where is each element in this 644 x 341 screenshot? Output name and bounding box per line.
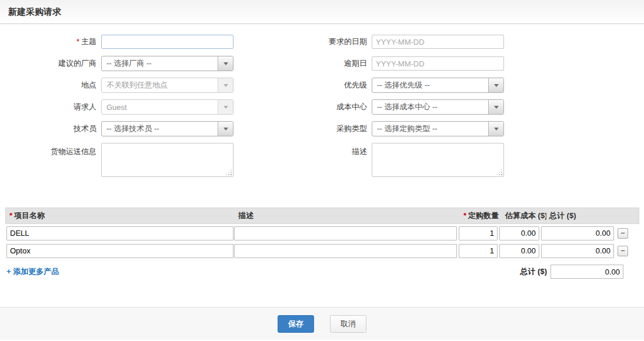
- technician-select-value: -- 选择技术员 --: [106, 123, 159, 134]
- header-estimated-cost: 估算成本 ($): [503, 210, 546, 221]
- item-name-input[interactable]: [6, 244, 233, 258]
- dropdown-arrow-icon[interactable]: [218, 122, 233, 136]
- required-marker: *: [9, 211, 12, 220]
- priority-select-value: -- 选择优先级 --: [377, 80, 430, 91]
- remove-row-button[interactable]: −: [618, 246, 628, 256]
- item-cost-input[interactable]: [499, 226, 539, 240]
- description-label: 描述: [233, 143, 367, 157]
- priority-select[interactable]: -- 选择优先级 --: [372, 78, 504, 93]
- shipping-info-textarea[interactable]: [101, 143, 233, 177]
- item-quantity-input[interactable]: [459, 226, 498, 240]
- required-date-input[interactable]: [372, 35, 504, 49]
- dropdown-arrow-icon[interactable]: [488, 100, 503, 114]
- header-quantity: *定购数量: [462, 210, 503, 221]
- item-cost-input[interactable]: [499, 244, 539, 258]
- item-total-input[interactable]: [541, 226, 614, 240]
- dropdown-arrow-icon[interactable]: [218, 56, 233, 71]
- purchase-type-label: 采购类型: [233, 121, 367, 136]
- subject-label: *主题: [0, 34, 96, 49]
- vendor-select[interactable]: -- 选择厂商 --: [101, 56, 233, 71]
- subject-input[interactable]: [101, 35, 233, 49]
- overdue-date-input[interactable]: [372, 56, 504, 71]
- requester-label: 请求人: [0, 99, 96, 115]
- table-row: −: [5, 242, 639, 259]
- site-select: 不关联到任意地点: [101, 78, 233, 93]
- dropdown-arrow-icon[interactable]: [488, 122, 503, 136]
- grand-total-label: 总计 ($): [520, 266, 548, 277]
- required-marker: *: [463, 211, 466, 220]
- item-description-input[interactable]: [234, 244, 457, 258]
- header-description: 描述: [236, 210, 462, 221]
- purchase-type-select-value: -- 选择定购类型 --: [377, 123, 438, 134]
- site-select-value: 不关联到任意地点: [106, 80, 168, 91]
- grand-total-input[interactable]: [550, 265, 623, 279]
- header-item-name: *项目名称: [6, 210, 236, 221]
- cost-center-select[interactable]: -- 选择成本中心 --: [372, 99, 504, 115]
- site-label: 地点: [0, 78, 96, 93]
- remove-row-button[interactable]: −: [618, 228, 628, 239]
- required-marker: *: [76, 37, 79, 46]
- required-date-label: 要求的日期: [233, 34, 367, 49]
- requester-select: Guest: [101, 99, 233, 115]
- page-title: 新建采购请求: [8, 6, 61, 18]
- cancel-button[interactable]: 取消: [330, 315, 366, 333]
- overdue-date-label: 逾期日: [233, 56, 367, 71]
- requester-select-value: Guest: [106, 103, 127, 112]
- cost-center-select-value: -- 选择成本中心 --: [377, 102, 438, 112]
- action-bar: 保存 取消: [0, 307, 644, 340]
- items-table-header: *项目名称 描述 *定购数量 估算成本 ($) 总计 ($): [5, 208, 639, 224]
- dropdown-arrow-icon: [218, 100, 233, 114]
- technician-label: 技术员: [0, 121, 96, 136]
- dropdown-arrow-icon: [218, 78, 233, 92]
- table-row: −: [5, 225, 639, 242]
- vendor-select-value: -- 选择厂商 --: [106, 58, 152, 69]
- dropdown-arrow-icon[interactable]: [488, 78, 503, 92]
- priority-label: 优先级: [233, 78, 367, 93]
- item-quantity-input[interactable]: [459, 244, 498, 258]
- save-button[interactable]: 保存: [278, 315, 314, 333]
- purchase-request-form: *主题 要求的日期 建议的厂商 -- 选择厂商 -- 逾期日 地点 不关联到任意…: [0, 24, 644, 177]
- vendor-label: 建议的厂商: [0, 56, 96, 71]
- description-textarea[interactable]: [372, 143, 504, 177]
- header-total: 总计 ($): [546, 210, 622, 221]
- resize-grip-icon[interactable]: [501, 174, 502, 175]
- cost-center-label: 成本中心: [233, 99, 367, 115]
- shipping-info-label: 货物运送信息: [0, 143, 96, 157]
- item-total-input[interactable]: [541, 244, 614, 258]
- item-description-input[interactable]: [234, 226, 457, 240]
- page-header: 新建采购请求: [0, 0, 644, 24]
- purchase-type-select[interactable]: -- 选择定购类型 --: [372, 121, 504, 136]
- add-more-products-link[interactable]: + 添加更多产品: [6, 266, 59, 277]
- technician-select[interactable]: -- 选择技术员 --: [101, 121, 233, 136]
- resize-grip-icon[interactable]: [231, 174, 232, 175]
- items-table: *项目名称 描述 *定购数量 估算成本 ($) 总计 ($) − − + 添加更…: [5, 208, 639, 279]
- item-name-input[interactable]: [6, 226, 233, 240]
